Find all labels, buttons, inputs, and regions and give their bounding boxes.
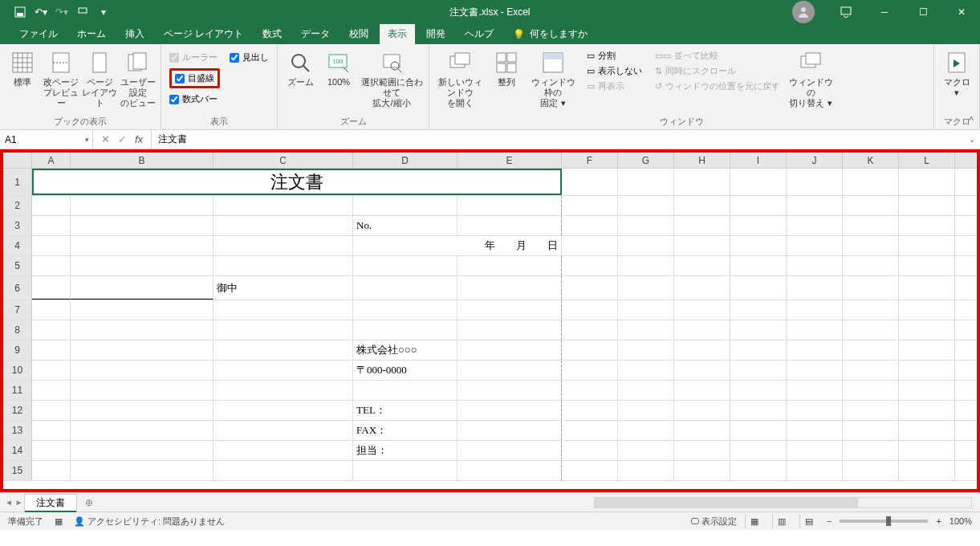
cell[interactable] — [787, 441, 843, 460]
cell[interactable] — [562, 169, 618, 195]
cell[interactable] — [730, 421, 787, 440]
cell[interactable] — [899, 421, 955, 440]
cell[interactable] — [32, 276, 71, 299]
cell[interactable] — [71, 461, 213, 480]
column-header[interactable]: G — [618, 153, 674, 168]
cell[interactable] — [787, 216, 843, 235]
touch-mode-icon[interactable] — [75, 5, 90, 19]
cell[interactable] — [899, 196, 955, 215]
horizontal-scrollbar[interactable] — [594, 497, 972, 508]
cell[interactable] — [843, 401, 899, 420]
column-header[interactable]: D — [353, 153, 457, 168]
formula-bar-checkbox[interactable]: 数式バー — [169, 93, 220, 105]
row-header[interactable]: 3 — [3, 216, 32, 235]
cell[interactable] — [730, 441, 787, 460]
cell[interactable] — [899, 401, 955, 420]
row-header[interactable]: 7 — [3, 300, 32, 320]
row-header[interactable]: 10 — [3, 361, 32, 380]
cell[interactable] — [213, 320, 353, 340]
row-header[interactable]: 1 — [3, 169, 32, 195]
cell[interactable] — [843, 276, 899, 299]
cell[interactable] — [843, 216, 899, 235]
cell[interactable] — [213, 196, 353, 215]
cell[interactable]: 年 月 日 — [353, 236, 562, 255]
cell[interactable] — [674, 169, 730, 195]
cell[interactable] — [787, 461, 843, 480]
cell[interactable] — [674, 461, 730, 480]
cell[interactable] — [787, 196, 843, 215]
cell[interactable] — [457, 381, 562, 400]
cell[interactable] — [213, 441, 353, 460]
freeze-panes-button[interactable]: ウィンドウ枠の 固定 ▾ — [527, 47, 579, 109]
redo-icon[interactable]: ↷▾ — [55, 5, 69, 19]
cell[interactable] — [843, 441, 899, 460]
cell[interactable] — [843, 300, 899, 320]
tab-insert[interactable]: 挿入 — [117, 24, 152, 44]
cell[interactable] — [730, 216, 787, 235]
cell[interactable] — [674, 441, 730, 460]
cell[interactable] — [674, 196, 730, 215]
cell[interactable] — [32, 320, 71, 340]
cell[interactable] — [562, 381, 618, 400]
cell[interactable] — [71, 300, 213, 320]
cell[interactable] — [730, 340, 787, 360]
cell[interactable] — [353, 276, 457, 299]
tab-review[interactable]: 校閲 — [341, 24, 376, 44]
cell[interactable] — [730, 256, 787, 275]
column-header[interactable]: E — [457, 153, 562, 168]
cell[interactable] — [71, 256, 213, 275]
cell[interactable] — [730, 169, 787, 195]
row-header[interactable]: 9 — [3, 340, 32, 360]
cell[interactable] — [562, 196, 618, 215]
cell[interactable] — [562, 256, 618, 275]
cell[interactable] — [787, 236, 843, 255]
cell[interactable]: No. — [353, 216, 457, 235]
tab-formulas[interactable]: 数式 — [254, 24, 290, 44]
cell[interactable] — [71, 340, 213, 360]
zoom-in-button[interactable]: + — [936, 516, 941, 526]
cell[interactable] — [899, 256, 955, 275]
cell[interactable] — [843, 169, 899, 195]
cell[interactable] — [787, 320, 843, 340]
row-header[interactable]: 4 — [3, 236, 32, 255]
cell[interactable] — [618, 256, 674, 275]
cell[interactable] — [674, 236, 730, 255]
cell[interactable] — [674, 216, 730, 235]
switch-windows-button[interactable]: ウィンドウの 切り替え ▾ — [788, 47, 833, 109]
cell[interactable] — [674, 256, 730, 275]
normal-view-statusbar-icon[interactable]: ▦ — [745, 514, 764, 528]
row-header[interactable]: 12 — [3, 401, 32, 420]
cell[interactable] — [562, 276, 618, 299]
cell[interactable]: 〒000-0000 — [353, 361, 457, 380]
column-header[interactable]: J — [787, 153, 843, 168]
cell[interactable]: 御中 — [213, 276, 353, 299]
cell[interactable] — [457, 361, 562, 380]
cell[interactable] — [353, 320, 457, 340]
row-header[interactable]: 8 — [3, 320, 32, 340]
cell[interactable] — [787, 300, 843, 320]
cell[interactable] — [618, 169, 674, 195]
cell[interactable] — [730, 381, 787, 400]
confirm-formula-icon[interactable]: ✓ — [118, 133, 127, 145]
cell[interactable] — [730, 320, 787, 340]
name-box[interactable]: A1 — [0, 130, 93, 149]
cell[interactable] — [843, 461, 899, 480]
undo-icon[interactable]: ↶▾ — [34, 5, 48, 19]
cell[interactable] — [71, 441, 213, 460]
sheet-tab[interactable]: 注文書 — [24, 494, 77, 511]
zoom-button[interactable]: ズーム — [283, 47, 318, 88]
ribbon-options-icon[interactable] — [828, 0, 864, 24]
tab-view[interactable]: 表示 — [380, 24, 415, 44]
cell[interactable] — [843, 361, 899, 380]
cell[interactable] — [787, 361, 843, 380]
cell[interactable] — [618, 320, 674, 340]
cell[interactable] — [787, 276, 843, 299]
row-header[interactable]: 13 — [3, 421, 32, 440]
cell[interactable] — [71, 401, 213, 420]
cell[interactable] — [353, 381, 457, 400]
fx-icon[interactable]: fx — [135, 133, 143, 145]
cell[interactable]: 担当： — [353, 441, 457, 460]
macro-record-icon[interactable]: ▦ — [55, 516, 63, 527]
cell[interactable] — [562, 236, 618, 255]
cell[interactable] — [213, 421, 353, 440]
